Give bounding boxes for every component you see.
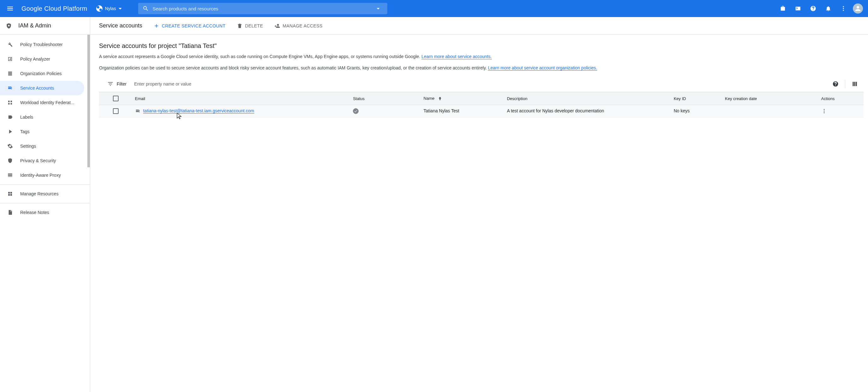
page-title: Service accounts: [99, 22, 142, 29]
select-all-header[interactable]: [99, 92, 132, 105]
sidebar-item-labels[interactable]: Labels: [0, 110, 90, 124]
content: Service accounts for project "Tatiana Te…: [90, 35, 868, 125]
search-wrap: [127, 3, 776, 14]
help-icon[interactable]: [806, 2, 820, 16]
desc-text: A service account represents a Google Cl…: [99, 54, 422, 59]
row-actions-button[interactable]: [819, 105, 864, 117]
sidebar-item-label: Service Accounts: [20, 86, 54, 91]
search-dropdown-button[interactable]: [373, 4, 383, 13]
column-name[interactable]: Name: [421, 92, 504, 105]
more-vert-icon: [821, 108, 827, 114]
sidebar-item-label: Workload Identity Federat...: [20, 100, 74, 105]
column-email[interactable]: Email: [132, 92, 350, 105]
search-icon: [143, 5, 149, 12]
sidebar-scrollbar[interactable]: [87, 35, 90, 167]
sidebar-item-tags[interactable]: Tags: [0, 124, 90, 139]
table-row[interactable]: tatiana-nylas-test@tatiana-test.iam.gser…: [99, 105, 864, 117]
filter-label: Filter: [117, 82, 126, 87]
free-trial-icon[interactable]: [776, 2, 790, 16]
sidebar: IAM & Admin Identity & Organization Poli…: [0, 17, 90, 392]
search-input[interactable]: [153, 6, 373, 11]
sidebar-item-label: Identity-Aware Proxy: [20, 173, 61, 178]
project-badge-icon: [96, 5, 102, 12]
create-service-account-button[interactable]: CREATE SERVICE ACCOUNT: [154, 23, 225, 29]
row-keydate-cell: [722, 105, 819, 117]
main: Service accounts CREATE SERVICE ACCOUNT …: [90, 17, 868, 392]
person-add-icon: [274, 23, 280, 29]
label-icon: [7, 114, 13, 120]
sidebar-item-policy-troubleshooter[interactable]: Policy Troubleshooter: [0, 37, 90, 52]
account-avatar[interactable]: [853, 3, 863, 13]
gear-icon: [7, 143, 13, 149]
product-logo[interactable]: Google Cloud Platform: [18, 5, 91, 12]
sidebar-item-label: Tags: [20, 129, 30, 134]
column-key-id[interactable]: Key ID: [671, 92, 722, 105]
filter-left[interactable]: Filter Enter property name or value: [101, 81, 191, 87]
manage-access-button[interactable]: MANAGE ACCESS: [274, 23, 323, 29]
filter-placeholder: Enter property name or value: [134, 82, 191, 87]
action-label: CREATE SERVICE ACCOUNT: [162, 23, 225, 28]
cursor-icon: [177, 113, 182, 120]
list-icon: [7, 70, 13, 77]
sidebar-item-identity-organization[interactable]: Identity & Organization: [0, 35, 90, 37]
service-account-email-link[interactable]: tatiana-nylas-test@tatiana-test.iam.gser…: [143, 108, 254, 114]
resources-icon: [7, 191, 13, 197]
row-keyid-cell: No keys: [671, 105, 722, 117]
sidebar-item-manage-resources[interactable]: Manage Resources: [0, 186, 90, 201]
learn-more-org-policies-link[interactable]: Learn more about service account organiz…: [488, 65, 597, 71]
main-header: Service accounts CREATE SERVICE ACCOUNT …: [90, 17, 868, 35]
filter-icon: [107, 81, 114, 87]
delete-button[interactable]: DELETE: [237, 23, 263, 29]
notifications-icon[interactable]: [821, 2, 835, 16]
sidebar-item-release-notes[interactable]: Release Notes: [0, 205, 90, 220]
sidebar-item-organization-policies[interactable]: Organization Policies: [0, 66, 90, 81]
row-checkbox-cell[interactable]: [99, 105, 132, 117]
cloud-shell-icon[interactable]: [791, 2, 805, 16]
sidebar-item-policy-analyzer[interactable]: Policy Analyzer: [0, 52, 90, 66]
sidebar-item-settings[interactable]: Settings: [0, 139, 90, 153]
divider: [845, 80, 845, 88]
sidebar-item-service-accounts[interactable]: Service Accounts: [0, 81, 84, 95]
checkbox-icon[interactable]: [113, 96, 119, 101]
column-label: Name: [424, 96, 435, 101]
desc-text: Organization policies can be used to sec…: [99, 65, 488, 70]
column-status[interactable]: Status: [350, 92, 421, 105]
sidebar-item-label: Policy Troubleshooter: [20, 42, 63, 47]
learn-more-service-accounts-link[interactable]: Learn more about service accounts.: [422, 54, 492, 59]
analyzer-icon: [7, 56, 13, 62]
wrench-icon: [7, 41, 13, 48]
content-description-1: A service account represents a Google Cl…: [99, 53, 864, 60]
svg-point-2: [843, 10, 844, 11]
sidebar-item-identity-aware-proxy[interactable]: Identity-Aware Proxy: [0, 168, 90, 182]
plus-icon: [154, 23, 159, 29]
content-description-2: Organization policies can be used to sec…: [99, 65, 864, 72]
sort-ascending-icon: [437, 96, 442, 101]
column-description[interactable]: Description: [504, 92, 671, 105]
search-box[interactable]: [138, 3, 387, 14]
sidebar-item-workload-identity[interactable]: Workload Identity Federat...: [0, 95, 90, 110]
svg-point-1: [843, 8, 844, 9]
service-accounts-table: Email Status Name Description Key ID Key…: [99, 92, 864, 117]
svg-point-5: [824, 111, 825, 112]
nav-menu-button[interactable]: [2, 1, 18, 16]
sidebar-item-label: Labels: [20, 115, 33, 120]
more-icon[interactable]: [836, 2, 850, 16]
status-enabled-icon: [353, 108, 359, 114]
column-key-creation-date[interactable]: Key creation date: [722, 92, 819, 105]
sidebar-item-label: Settings: [20, 144, 36, 149]
action-label: DELETE: [245, 23, 263, 28]
chevron-down-icon: [119, 8, 122, 9]
filter-help-button[interactable]: [829, 78, 842, 90]
sidebar-item-label: Organization Policies: [20, 71, 62, 76]
sidebar-item-privacy-security[interactable]: Privacy & Security: [0, 153, 90, 168]
checkbox-icon[interactable]: [113, 108, 119, 114]
column-actions: Actions: [819, 92, 864, 105]
svg-point-0: [843, 6, 844, 7]
project-selector[interactable]: Nylas: [91, 5, 127, 12]
iam-admin-icon: [6, 23, 12, 29]
sidebar-divider: [0, 184, 90, 185]
service-account-icon: [7, 85, 13, 91]
project-name: Nylas: [105, 6, 116, 11]
sidebar-item-label: Release Notes: [20, 210, 49, 215]
column-display-button[interactable]: [848, 78, 861, 90]
